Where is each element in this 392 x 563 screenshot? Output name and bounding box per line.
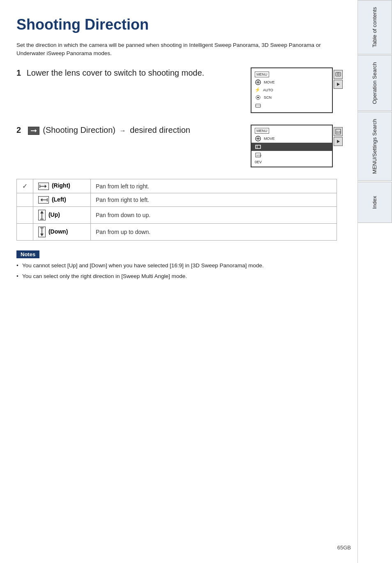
- step1-image: MENU MOVE ⚡ AUTO SCN: [251, 67, 337, 113]
- table-cell-dir-down: (Down): [33, 224, 91, 241]
- side-icon2-play: [334, 137, 343, 146]
- step2-number: 2: [16, 125, 21, 134]
- checkmark-right: ✓: [22, 183, 28, 190]
- step1-text-area: 1 Lower the lens cover to switch to shoo…: [16, 67, 242, 78]
- step2-icon-label: (Shooting Direction): [43, 125, 115, 134]
- table-cell-check-right: ✓: [17, 179, 33, 193]
- dir-label-up: (Up): [48, 211, 60, 218]
- svg-point-8: [337, 73, 339, 75]
- svg-text:QUAL: QUAL: [336, 131, 341, 133]
- table-cell-check-left: [17, 193, 33, 207]
- notes-section: Notes You cannot select [Up] and [Down] …: [16, 250, 337, 280]
- svg-marker-33: [40, 234, 44, 236]
- sidebar-item-table-of-contents[interactable]: Table of contents: [358, 0, 392, 54]
- step2-arrow: →: [120, 127, 126, 134]
- side-icon-play: [334, 80, 343, 89]
- dir-icon-down: [38, 227, 46, 237]
- table-row-down: (Down) Pan from up to down.: [17, 224, 337, 241]
- step1-section: 1 Lower the lens cover to switch to shoo…: [16, 67, 337, 113]
- table-row-right: ✓ (Right) Pan from left to right.: [17, 179, 337, 193]
- table-cell-dir-right: (Right): [33, 179, 91, 193]
- step2-text: desired direction: [130, 125, 190, 134]
- sidebar-tabs: Table of contents Operation Search MENU/…: [357, 0, 392, 563]
- step1-text: Lower the lens cover to switch to shooti…: [27, 68, 204, 77]
- side-icons-1: [334, 70, 343, 89]
- menu2-row-move: MOVE: [251, 134, 332, 143]
- step2-direction-icon: [28, 127, 39, 135]
- svg-rect-16: [256, 145, 261, 148]
- side-icon2-qual: QUAL: [334, 127, 343, 136]
- camera-menu-1: MENU MOVE ⚡ AUTO SCN: [251, 67, 333, 113]
- dir-label-down: (Down): [48, 228, 68, 235]
- dir-icon-up: [38, 210, 46, 220]
- step1-number: 1: [16, 68, 21, 77]
- menu2-row-highlighted: [251, 143, 332, 151]
- svg-marker-24: [45, 185, 46, 188]
- svg-marker-22: [337, 140, 340, 143]
- dir-label-left: (Left): [52, 196, 66, 203]
- menu-row-panorama: [251, 102, 332, 110]
- menu-row-scene: SCN: [251, 93, 332, 102]
- menu2-row-off: 0EV: [251, 159, 332, 165]
- svg-point-4: [257, 97, 259, 98]
- table-cell-desc-down: Pan from up to down.: [91, 224, 337, 241]
- table-row-left: (Left) Pan from right to left.: [17, 193, 337, 207]
- page-number: 65GB: [337, 544, 351, 551]
- table-cell-desc-right: Pan from left to right.: [91, 179, 337, 193]
- dir-icon-right: [38, 183, 49, 190]
- menu-row-move: MOVE: [251, 78, 332, 86]
- dir-label-right: (Right): [52, 182, 70, 189]
- intro-text: Set the direction in which the camera wi…: [16, 41, 337, 58]
- side-icons-2: QUAL: [334, 127, 343, 146]
- step1-heading: 1 Lower the lens cover to switch to shoo…: [16, 67, 242, 78]
- step2-section: 2 (Shooting Direction) → desired directi…: [16, 125, 337, 167]
- menu-row-menu: MENU: [251, 71, 332, 78]
- svg-marker-30: [40, 211, 44, 213]
- page-wrapper: Shooting Direction Set the direction in …: [0, 0, 392, 563]
- table-cell-dir-left: (Left): [33, 193, 91, 207]
- svg-marker-27: [41, 198, 42, 202]
- dir-icon-left: [38, 196, 49, 204]
- table-cell-desc-up: Pan from down to up.: [91, 207, 337, 224]
- table-cell-desc-left: Pan from right to left.: [91, 193, 337, 207]
- notes-list: You cannot select [Up] and [Down] when y…: [16, 262, 337, 280]
- table-cell-check-up: [17, 207, 33, 224]
- table-row-up: (Up) Pan from down to up.: [17, 207, 337, 224]
- step2-image: MENU MOVE STD: [251, 125, 337, 167]
- side-icon-photo: [334, 70, 343, 79]
- table-cell-check-down: [17, 224, 33, 241]
- step2-text-area: 2 (Shooting Direction) → desired directi…: [16, 125, 242, 135]
- table-cell-dir-up: (Up): [33, 207, 91, 224]
- camera-menu-2: MENU MOVE STD: [251, 125, 333, 167]
- sidebar-item-menu-settings-search[interactable]: MENU/Settings Search: [358, 112, 392, 181]
- menu-row-flash: ⚡ AUTO: [251, 86, 332, 93]
- menu2-row-std: STD: [251, 151, 332, 159]
- svg-text:STD: STD: [256, 154, 261, 157]
- step2-heading: 2 (Shooting Direction) → desired directi…: [16, 125, 242, 135]
- note-item-2: You can select only the right direction …: [16, 272, 337, 280]
- sidebar-item-operation-search[interactable]: Operation Search: [358, 55, 392, 111]
- notes-label: Notes: [16, 250, 39, 258]
- svg-marker-9: [337, 83, 340, 86]
- page-title: Shooting Direction: [16, 16, 337, 33]
- note-item-1: You cannot select [Up] and [Down] when y…: [16, 262, 337, 270]
- sidebar-item-index[interactable]: Index: [358, 182, 392, 223]
- direction-table: ✓ (Right) Pan from left to right.: [16, 179, 337, 241]
- main-content: Shooting Direction Set the direction in …: [0, 0, 357, 563]
- menu2-row-menu: MENU: [251, 127, 332, 134]
